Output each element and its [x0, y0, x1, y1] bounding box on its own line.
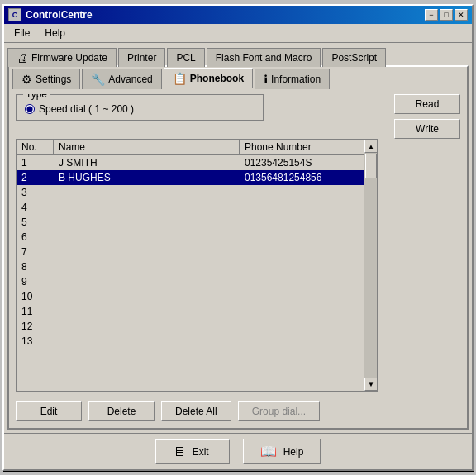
cell-name	[54, 192, 240, 193]
tab-information[interactable]: ℹ Information	[255, 69, 330, 89]
minimize-button[interactable]: −	[425, 9, 438, 21]
cell-phone: 01356481254856	[240, 171, 364, 184]
cell-phone	[240, 266, 364, 268]
type-group-label: Type	[23, 94, 50, 100]
help-label: Help	[283, 446, 304, 458]
group-dial-button[interactable]: Group dial...	[238, 401, 320, 421]
edit-button[interactable]: Edit	[16, 401, 82, 421]
speed-dial-label: Speed dial ( 1 ~ 200 )	[39, 103, 134, 115]
maximize-button[interactable]: □	[440, 9, 453, 21]
information-icon: ℹ	[264, 73, 268, 86]
tab-flash[interactable]: Flash Font and Macro	[207, 48, 321, 67]
cell-phone	[240, 296, 364, 297]
cell-no: 7	[17, 245, 54, 259]
col-no: No.	[17, 140, 54, 154]
table-row[interactable]: 8	[17, 259, 364, 274]
menu-help[interactable]: Help	[38, 26, 72, 40]
scroll-thumb[interactable]	[365, 154, 377, 178]
scroll-track	[364, 153, 377, 378]
cell-no: 13	[17, 335, 54, 348]
scroll-down-button[interactable]: ▼	[364, 378, 378, 391]
exit-label: Exit	[193, 446, 209, 458]
speed-dial-radio[interactable]	[25, 104, 35, 114]
table-row[interactable]: 13	[17, 334, 364, 349]
cell-no: 3	[17, 186, 54, 199]
cell-phone	[240, 311, 364, 312]
cell-phone	[240, 207, 364, 208]
exit-button[interactable]: 🖥 Exit	[155, 439, 230, 464]
table-row[interactable]: 5	[17, 215, 364, 230]
menu-file[interactable]: File	[7, 26, 36, 40]
tab-advanced[interactable]: 🔧 Advanced	[82, 69, 161, 89]
cell-name	[54, 325, 240, 327]
title-bar: C ControlCentre − □ ✕	[4, 6, 472, 24]
delete-button[interactable]: Delete	[88, 401, 155, 421]
cell-phone	[240, 325, 364, 327]
scroll-up-button[interactable]: ▲	[364, 140, 378, 153]
tab-phonebook[interactable]: 📋 Phonebook	[164, 68, 253, 88]
help-button[interactable]: 📖 Help	[243, 439, 321, 464]
main-window: C ControlCentre − □ ✕ File Help 🖨 Firmwa…	[2, 4, 474, 471]
tab-phonebook-label: Phonebook	[190, 73, 244, 84]
table-scrollbar[interactable]: ▲ ▼	[364, 140, 377, 391]
write-button[interactable]: Write	[394, 119, 460, 139]
footer-bar: 🖥 Exit 📖 Help	[4, 433, 472, 469]
tab-settings[interactable]: ⚙ Settings	[12, 69, 80, 89]
table-header: No. Name Phone Number	[17, 140, 364, 155]
type-group: Type Speed dial ( 1 ~ 200 )	[16, 94, 264, 121]
table-body: 1J SMITH01235425154S2B HUGHES01356481254…	[17, 155, 364, 391]
tabs-bottom-row: ⚙ Settings 🔧 Advanced 📋 Phonebook ℹ Info…	[9, 67, 467, 88]
cell-no: 6	[17, 230, 54, 244]
close-button[interactable]: ✕	[455, 9, 468, 21]
cell-name	[54, 340, 240, 342]
cell-phone: 01235425154S	[240, 156, 364, 169]
phonebook-icon: 📋	[173, 72, 187, 85]
table-row[interactable]: 4	[17, 200, 364, 215]
advanced-icon: 🔧	[91, 73, 105, 86]
col-phone: Phone Number	[240, 140, 364, 154]
table-row[interactable]: 7	[17, 245, 364, 259]
cell-no: 9	[17, 275, 54, 288]
read-button[interactable]: Read	[394, 94, 460, 114]
speed-dial-option[interactable]: Speed dial ( 1 ~ 200 )	[25, 103, 134, 115]
cell-no: 2	[17, 171, 54, 184]
cell-phone	[240, 251, 364, 253]
window-title: ControlCentre	[26, 9, 93, 21]
cell-phone	[240, 236, 364, 238]
cell-no: 10	[17, 290, 54, 303]
table-row[interactable]: 1J SMITH01235425154S	[17, 155, 364, 170]
tab-printer[interactable]: Printer	[118, 48, 165, 67]
tab-settings-label: Settings	[36, 74, 71, 85]
help-icon: 📖	[260, 444, 277, 459]
phonebook-table-container: No. Name Phone Number 1J SMITH0123542515…	[16, 139, 378, 392]
delete-all-button[interactable]: Delete All	[161, 401, 231, 421]
tab-pcl-label: PCL	[176, 52, 195, 64]
read-write-buttons: Read Write	[394, 94, 460, 139]
menu-bar: File Help	[4, 24, 472, 43]
table-row[interactable]: 2B HUGHES01356481254856	[17, 170, 364, 185]
table-row[interactable]: 11	[17, 304, 364, 319]
cell-name	[54, 221, 240, 223]
tabs-top-row: 🖨 Firmware Update Printer PCL Flash Font…	[4, 43, 472, 65]
table-row[interactable]: 10	[17, 289, 364, 304]
tab-flash-label: Flash Font and Macro	[216, 52, 312, 64]
cell-name	[54, 266, 240, 268]
table-row[interactable]: 3	[17, 185, 364, 200]
tab-firmware[interactable]: 🖨 Firmware Update	[7, 48, 117, 67]
tab-printer-label: Printer	[127, 52, 156, 64]
table-row[interactable]: 12	[17, 319, 364, 334]
cell-name	[54, 236, 240, 238]
table-inner: No. Name Phone Number 1J SMITH0123542515…	[17, 140, 364, 391]
table-row[interactable]: 9	[17, 274, 364, 289]
content-area: ⚙ Settings 🔧 Advanced 📋 Phonebook ℹ Info…	[7, 65, 469, 430]
cell-phone	[240, 221, 364, 223]
tab-postscript[interactable]: PostScript	[322, 48, 386, 67]
tab-pcl[interactable]: PCL	[167, 48, 204, 67]
table-row[interactable]: 6	[17, 230, 364, 245]
cell-name	[54, 296, 240, 297]
cell-no: 1	[17, 156, 54, 169]
tab-information-label: Information	[271, 74, 321, 85]
cell-no: 4	[17, 201, 54, 214]
main-content: Type Speed dial ( 1 ~ 200 ) Read Write N…	[16, 94, 460, 421]
cell-no: 12	[17, 320, 54, 333]
